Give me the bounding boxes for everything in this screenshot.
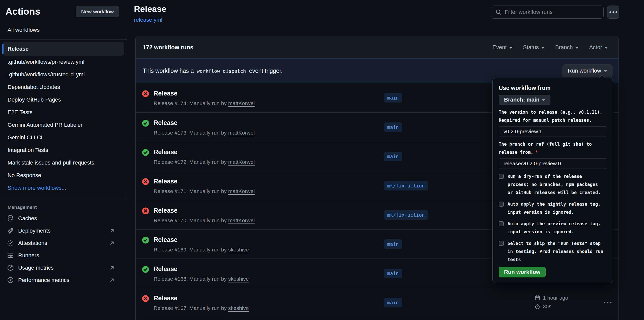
- branch-badge[interactable]: mk/fix-action: [384, 210, 428, 220]
- run-description: Release #168: Manually run byskeshive: [154, 276, 249, 282]
- failure-icon: [142, 90, 149, 98]
- workflow-options-kebab-button[interactable]: [607, 6, 619, 19]
- chevron-down-icon: [541, 47, 545, 49]
- run-actor-link[interactable]: skeshive: [228, 305, 249, 311]
- show-more-workflows-link[interactable]: Show more workflows...: [3, 182, 124, 194]
- preview-tag-option: Auto apply the preview release tag, inpu…: [499, 220, 607, 236]
- sidebar-item-deployments[interactable]: Deployments: [0, 225, 127, 237]
- meter-icon: [7, 277, 14, 283]
- run-workflow-submit-button[interactable]: Run workflow: [499, 267, 546, 277]
- skip-tests-option: Select to skip the "Run Tests" step in t…: [499, 239, 607, 264]
- nightly-tag-checkbox[interactable]: [499, 202, 504, 207]
- sidebar-item-workflow[interactable]: Dependabot Updates: [3, 81, 124, 93]
- ref-input[interactable]: [499, 158, 607, 169]
- checkbox-label[interactable]: Auto apply the nightly release tag, inpu…: [508, 200, 604, 216]
- version-input[interactable]: [499, 126, 607, 137]
- branch-badge[interactable]: main: [384, 239, 402, 249]
- filter-status[interactable]: Status: [523, 44, 545, 51]
- cache-icon: [7, 215, 14, 222]
- dry-run-checkbox[interactable]: [499, 174, 504, 179]
- ref-field-description: The branch or ref (full git sha) to rele…: [499, 140, 606, 156]
- branch-badge[interactable]: main: [384, 122, 402, 132]
- new-workflow-button[interactable]: New workflow: [76, 6, 119, 17]
- runs-count: 172 workflow runs: [143, 44, 193, 51]
- branch-badge[interactable]: mk/fix-action: [384, 181, 428, 190]
- run-actor-link[interactable]: mattKorwel: [228, 100, 255, 106]
- run-title-link[interactable]: Release: [154, 148, 178, 156]
- branch-badge[interactable]: main: [384, 269, 402, 278]
- run-title-link[interactable]: Release: [154, 236, 178, 243]
- checkbox-label[interactable]: Run a dry-run of the release process; no…: [508, 172, 604, 197]
- run-description: Release #167: Manually run byskeshive: [154, 305, 249, 311]
- external-link-icon: [109, 277, 115, 283]
- actions-page: Actions New workflow All workflows Relea…: [0, 0, 644, 320]
- external-link-icon: [109, 265, 115, 271]
- skip-tests-checkbox[interactable]: [499, 241, 504, 246]
- sidebar-item-workflow[interactable]: No Response: [3, 169, 124, 182]
- run-actor-link[interactable]: mattKorwel: [228, 188, 255, 194]
- run-title-link[interactable]: Release: [154, 295, 178, 302]
- run-title-link[interactable]: Release: [154, 178, 178, 185]
- chevron-down-icon: [604, 70, 607, 72]
- preview-tag-checkbox[interactable]: [499, 221, 504, 226]
- verified-icon: [7, 240, 14, 246]
- chevron-down-icon: [509, 47, 513, 49]
- branch-badge[interactable]: main: [384, 93, 402, 103]
- run-actor-link[interactable]: mattKorwel: [228, 217, 255, 223]
- filter-workflow-runs-search[interactable]: [491, 6, 604, 19]
- run-actor-link[interactable]: mattKorwel: [228, 159, 255, 165]
- run-actor-link[interactable]: skeshive: [228, 247, 249, 252]
- workflow-file-link[interactable]: release.yml: [134, 17, 162, 23]
- actions-sidebar: Actions New workflow All workflows Relea…: [0, 0, 127, 320]
- sidebar-item-attestations[interactable]: Attestations: [0, 237, 127, 249]
- rocket-icon: [7, 227, 14, 234]
- branch-select-button[interactable]: Branch: main: [499, 95, 550, 105]
- checkbox-label[interactable]: Auto apply the preview release tag, inpu…: [508, 220, 604, 236]
- branch-badge[interactable]: main: [384, 152, 402, 161]
- sidebar-item-workflow[interactable]: Deploy GitHub Pages: [3, 93, 124, 106]
- run-duration: 35s: [543, 303, 551, 309]
- calendar-icon: [535, 295, 540, 301]
- sidebar-item-workflow[interactable]: Gemini Automated PR Labeler: [3, 119, 124, 131]
- run-actor-link[interactable]: mattKorwel: [228, 130, 255, 136]
- run-title-link[interactable]: Release: [154, 90, 178, 97]
- sidebar-item-runners[interactable]: Runners: [0, 249, 127, 262]
- run-description: Release #169: Manually run byskeshive: [154, 247, 249, 253]
- sidebar-item-workflow[interactable]: Integration Tests: [3, 144, 124, 156]
- sidebar-item-workflow[interactable]: E2E Tests: [3, 106, 124, 119]
- run-title-link[interactable]: Release: [154, 265, 178, 273]
- run-filters: Event Status Branch Actor: [492, 44, 608, 51]
- run-time: 1 hour ago: [543, 295, 568, 301]
- required-asterisk: *: [535, 150, 538, 155]
- sidebar-item-all-workflows[interactable]: All workflows: [3, 24, 124, 36]
- run-actor-link[interactable]: skeshive: [228, 276, 249, 282]
- sidebar-item-workflow[interactable]: Mark stale issues and pull requests: [3, 156, 124, 169]
- checkbox-label[interactable]: Select to skip the "Run Tests" step in t…: [508, 239, 604, 264]
- success-icon: [142, 266, 149, 273]
- sidebar-item-usage-metrics[interactable]: Usage metrics: [0, 262, 127, 274]
- server-icon: [7, 252, 14, 259]
- filter-event[interactable]: Event: [492, 44, 512, 51]
- filter-actor[interactable]: Actor: [589, 44, 608, 51]
- filter-branch[interactable]: Branch: [555, 44, 579, 51]
- run-options-kebab-button[interactable]: [601, 298, 615, 307]
- success-icon: [142, 149, 149, 156]
- run-description: Release #171: Manually run bymattKorwel: [154, 188, 255, 194]
- sidebar-item-caches[interactable]: Caches: [0, 212, 127, 225]
- sidebar-item-workflow[interactable]: Gemini CLI CI: [3, 131, 124, 144]
- chevron-down-icon: [575, 47, 579, 49]
- page-title: Release: [134, 4, 166, 14]
- kebab-horizontal-icon: [604, 302, 611, 303]
- sidebar-item-workflow[interactable]: .github/workflows/pr-review.yml: [3, 56, 124, 68]
- branch-badge[interactable]: main: [384, 298, 402, 307]
- kebab-horizontal-icon: [609, 11, 617, 13]
- meter-icon: [7, 264, 14, 271]
- success-icon: [142, 119, 149, 127]
- run-title-link[interactable]: Release: [154, 207, 178, 214]
- sidebar-item-release[interactable]: Release: [3, 42, 124, 56]
- sidebar-item-performance-metrics[interactable]: Performance metrics: [0, 274, 127, 286]
- search-input[interactable]: [505, 9, 599, 15]
- search-icon: [495, 9, 502, 15]
- run-title-link[interactable]: Release: [154, 119, 178, 126]
- sidebar-item-workflow[interactable]: .github/workflows/trusted-ci.yml: [3, 68, 124, 81]
